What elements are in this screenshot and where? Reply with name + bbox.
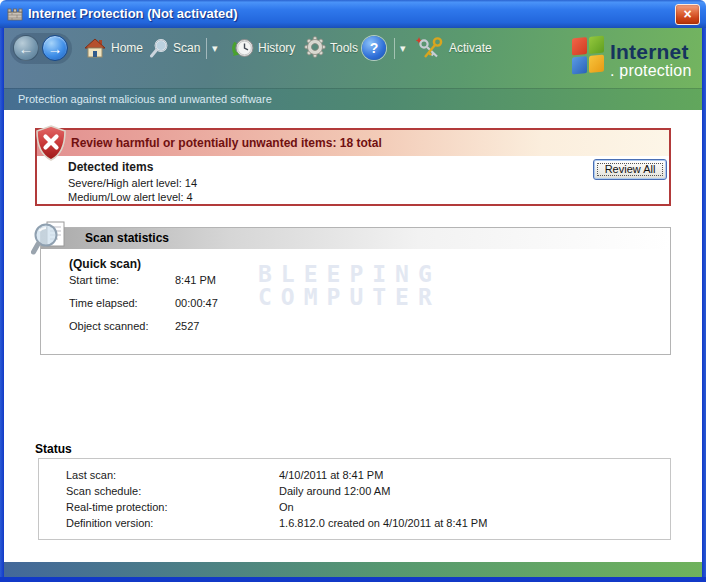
status-value: 4/10/2011 at 8:41 PM: [279, 469, 383, 481]
stat-value: 00:00:47: [175, 297, 218, 309]
status-value: On: [279, 501, 294, 513]
tagline-text: Protection against malicious and unwante…: [18, 93, 272, 105]
review-all-label: Review All: [605, 163, 656, 175]
scan-magnifier-icon[interactable]: [149, 38, 169, 58]
status-row-realtime-protection: Real-time protection:On: [66, 501, 294, 513]
window-border-bottom: [0, 577, 706, 582]
brand-name-bottom: . protection: [610, 63, 692, 79]
scan-statistics-panel: Scan statistics (Quick scan) Start time:…: [40, 227, 671, 355]
toolbar-band: ← → Home Scan ▾ History: [0, 28, 706, 110]
detected-items-block: Detected items Severe/High alert level: …: [68, 160, 197, 204]
app-castle-icon: [7, 7, 23, 21]
tagline-bar: Protection against malicious and unwante…: [0, 88, 706, 110]
status-panel: Last scan:4/10/2011 at 8:41 PM Scan sche…: [38, 458, 671, 540]
history-button[interactable]: History: [258, 41, 295, 55]
review-all-button[interactable]: Review All: [593, 159, 667, 180]
status-label: Scan schedule:: [66, 485, 279, 497]
activate-button[interactable]: Activate: [449, 41, 492, 55]
brand-name-top: Internet: [610, 41, 692, 62]
help-button[interactable]: ?: [362, 36, 386, 60]
alert-shield-icon: [34, 124, 68, 162]
tools-gear-icon[interactable]: [304, 36, 326, 58]
alert-banner: Review harmful or potentially unwanted i…: [37, 130, 669, 156]
stat-label: Object scanned:: [69, 320, 175, 332]
help-dropdown-caret-icon[interactable]: ▾: [400, 42, 406, 55]
stat-label: Start time:: [69, 274, 175, 286]
windows-flag-logo: [572, 36, 606, 77]
logo-pane-yellow: [589, 55, 604, 73]
main-content: BLEEPING COMPUTER Review harmful or pote…: [4, 110, 702, 562]
activate-keys-icon[interactable]: [416, 36, 444, 60]
status-value: Daily around 12:00 AM: [279, 485, 390, 497]
home-button[interactable]: Home: [111, 41, 143, 55]
window-title: Internet Protection (Not activated): [28, 0, 237, 28]
titlebar[interactable]: Internet Protection (Not activated) ×: [0, 0, 706, 28]
forward-arrow-icon: →: [48, 40, 63, 57]
bottom-gradient-bar: [4, 562, 702, 577]
status-label: Real-time protection:: [66, 501, 279, 513]
detected-items-title: Detected items: [68, 160, 197, 174]
scan-stats-magnifier-icon: [31, 218, 71, 262]
stat-row-start-time: Start time:8:41 PM: [69, 274, 216, 286]
window-border-left: [0, 28, 4, 577]
close-button[interactable]: ×: [675, 4, 700, 25]
stat-row-objects-scanned: Object scanned:2527: [69, 320, 199, 332]
scan-dropdown-caret-icon[interactable]: ▾: [212, 42, 218, 55]
forward-button[interactable]: →: [42, 35, 68, 61]
close-icon: ×: [683, 6, 691, 22]
status-row-last-scan: Last scan:4/10/2011 at 8:41 PM: [66, 469, 383, 481]
app-window: Internet Protection (Not activated) × ← …: [0, 0, 706, 582]
history-icon[interactable]: [232, 37, 254, 59]
medium-alert-count: Medium/Low alert level: 4: [68, 190, 197, 204]
status-row-definition-version: Definition version:1.6.812.0 created on …: [66, 517, 487, 529]
separator: [394, 38, 395, 59]
scan-statistics-header: Scan statistics: [41, 228, 670, 249]
brand-logo: Internet . protection: [610, 41, 692, 79]
stat-value: 2527: [175, 320, 199, 332]
logo-pane-red: [572, 37, 587, 55]
help-icon: ?: [370, 40, 379, 56]
status-row-scan-schedule: Scan schedule:Daily around 12:00 AM: [66, 485, 390, 497]
back-button[interactable]: ←: [13, 35, 39, 61]
status-section-title: Status: [35, 442, 72, 456]
back-arrow-icon: ←: [19, 40, 34, 57]
stat-value: 8:41 PM: [175, 274, 216, 286]
logo-pane-green: [589, 36, 604, 54]
stat-label: Time elapsed:: [69, 297, 175, 309]
home-icon[interactable]: [84, 38, 106, 58]
alert-banner-text: Review harmful or potentially unwanted i…: [71, 130, 669, 156]
logo-pane-blue: [572, 56, 587, 74]
separator: [206, 38, 207, 59]
status-label: Definition version:: [66, 517, 279, 529]
tools-button[interactable]: Tools: [330, 41, 358, 55]
status-value: 1.6.812.0 created on 4/10/2011 at 8:41 P…: [279, 517, 487, 529]
severe-alert-count: Severe/High alert level: 14: [68, 176, 197, 190]
alert-panel: Review harmful or potentially unwanted i…: [35, 128, 671, 206]
stat-row-time-elapsed: Time elapsed:00:00:47: [69, 297, 218, 309]
scan-button[interactable]: Scan: [173, 41, 200, 55]
status-label: Last scan:: [66, 469, 279, 481]
scan-type: (Quick scan): [69, 257, 141, 271]
window-border-right: [702, 28, 706, 577]
